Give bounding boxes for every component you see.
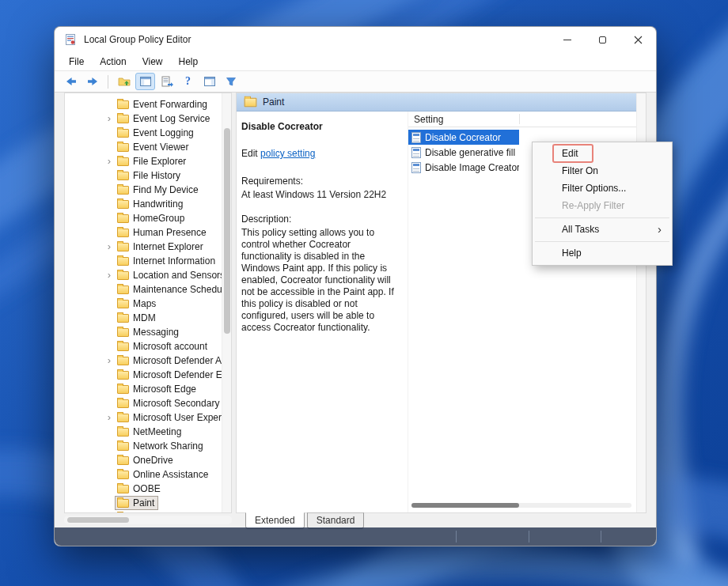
export-list-button[interactable] — [157, 73, 176, 90]
chevron-right-icon[interactable] — [103, 297, 116, 310]
back-button[interactable] — [61, 73, 81, 90]
tree-item[interactable]: Event Log Service — [65, 112, 231, 126]
tree-item[interactable]: File Explorer — [65, 154, 231, 168]
maximize-button[interactable] — [585, 27, 620, 52]
chevron-right-icon[interactable] — [103, 482, 116, 495]
minimize-button[interactable] — [549, 27, 585, 52]
menubar-item[interactable]: View — [135, 54, 171, 70]
chevron-right-icon[interactable] — [103, 454, 116, 467]
tree-item[interactable]: Microsoft Defender E — [65, 368, 231, 382]
tree-item[interactable]: Network Sharing — [65, 439, 231, 453]
chevron-right-icon[interactable] — [103, 440, 116, 452]
view-tab[interactable]: Extended — [245, 512, 305, 529]
action-pane-toggle-button[interactable] — [199, 73, 219, 90]
tree-item[interactable]: Microsoft Edge — [65, 382, 231, 396]
menu-bar: FileActionViewHelp — [55, 52, 656, 71]
chevron-right-icon[interactable] — [103, 340, 116, 353]
chevron-right-icon[interactable] — [103, 226, 116, 239]
context-menu-item[interactable]: Edit — [533, 145, 672, 162]
settings-horizontal-scrollbar[interactable] — [411, 503, 631, 508]
chevron-right-icon[interactable] — [103, 198, 116, 210]
tree-item[interactable]: Microsoft Defender A — [65, 353, 231, 368]
filter-button[interactable] — [221, 73, 241, 90]
tree-item[interactable]: OneDrive — [65, 453, 231, 467]
chevron-right-icon[interactable] — [103, 383, 116, 395]
tree-horizontal-scrollbar-thumb[interactable] — [67, 517, 129, 523]
chevron-right-icon[interactable] — [103, 283, 116, 296]
chevron-right-icon[interactable] — [103, 269, 116, 282]
tree-item[interactable]: NetMeeting — [65, 425, 231, 439]
tree-item-label: Find My Device — [133, 184, 199, 195]
chevron-right-icon[interactable] — [103, 326, 116, 338]
menubar-item[interactable]: Help — [171, 54, 207, 70]
context-menu-item[interactable]: All Tasks — [533, 221, 672, 238]
tree-item[interactable]: MDM — [65, 311, 231, 325]
chevron-right-icon[interactable] — [103, 397, 116, 410]
chevron-right-icon[interactable] — [103, 169, 116, 182]
tree-item[interactable]: Microsoft account — [65, 339, 231, 353]
up-level-button[interactable] — [114, 73, 134, 90]
chevron-right-icon[interactable] — [103, 212, 116, 225]
chevron-right-icon[interactable] — [103, 155, 116, 168]
tree-item[interactable]: Handwriting — [65, 197, 231, 211]
view-tab[interactable]: Standard — [307, 512, 365, 529]
chevron-right-icon[interactable] — [103, 98, 116, 111]
tree-item[interactable]: Microsoft Secondary — [65, 396, 231, 410]
forward-button[interactable] — [82, 73, 102, 90]
tree-item[interactable]: Location and Sensors — [65, 268, 231, 282]
tree-item-label: Microsoft Defender E — [133, 369, 222, 380]
chevron-right-icon[interactable] — [103, 112, 116, 125]
help-button[interactable]: ? — [178, 73, 198, 90]
chevron-right-icon[interactable] — [103, 354, 116, 367]
chevron-right-icon[interactable] — [103, 411, 116, 424]
chevron-right-icon[interactable] — [103, 183, 116, 196]
chevron-right-icon[interactable] — [103, 468, 116, 481]
tree-item[interactable]: Internet Information — [65, 254, 231, 268]
tree-item[interactable]: Paint — [65, 496, 231, 510]
edit-policy-setting-link[interactable]: policy setting — [260, 148, 315, 159]
tree-item[interactable]: File History — [65, 168, 231, 183]
tree-item[interactable]: Online Assistance — [65, 467, 231, 482]
tree-item-label: Internet Explorer — [133, 241, 203, 252]
chevron-right-icon[interactable] — [103, 312, 116, 324]
tree-item[interactable]: Event Viewer — [65, 140, 231, 154]
console-tree-toggle-button[interactable] — [135, 73, 155, 90]
tree-item[interactable]: Microsoft User Experi — [65, 410, 231, 425]
chevron-right-icon[interactable] — [103, 369, 116, 381]
context-menu-item[interactable]: Help — [533, 244, 672, 262]
description-text: This policy setting allows you to contro… — [241, 227, 396, 334]
menubar-item[interactable]: File — [61, 54, 92, 70]
tree-item[interactable]: HomeGroup — [65, 211, 231, 225]
tree-item[interactable]: Maps — [65, 297, 231, 311]
context-menu-item[interactable]: Filter Options... — [533, 180, 672, 197]
tree-item[interactable]: Messaging — [65, 325, 231, 339]
setting-row[interactable]: Disable Image Creator — [408, 160, 519, 175]
close-button[interactable] — [620, 27, 656, 52]
chevron-right-icon[interactable] — [103, 141, 116, 153]
chevron-right-icon[interactable] — [103, 240, 116, 253]
menubar-item[interactable]: Action — [92, 54, 134, 70]
setting-row[interactable]: Disable generative fill — [408, 145, 519, 160]
tree-vertical-scrollbar-thumb[interactable] — [224, 128, 230, 334]
settings-horizontal-scrollbar-thumb[interactable] — [411, 503, 519, 508]
tree-item[interactable]: Event Logging — [65, 126, 231, 140]
context-menu-item[interactable]: Filter On — [533, 162, 672, 180]
tree-item[interactable]: Maintenance Schedu — [65, 282, 231, 297]
setting-row[interactable]: Disable Cocreator — [408, 130, 519, 145]
selected-node-name: Paint — [263, 96, 284, 108]
policy-setting-icon — [411, 147, 421, 158]
tree-item[interactable]: Event Forwarding — [65, 97, 231, 112]
tree-item[interactable]: Find My Device — [65, 183, 231, 197]
tree-horizontal-scrollbar[interactable] — [64, 516, 232, 524]
chevron-right-icon[interactable] — [103, 255, 116, 267]
tree-vertical-scrollbar[interactable] — [222, 93, 231, 512]
tree-item[interactable]: OOBE — [65, 482, 231, 496]
context-menu-item[interactable]: Re-Apply Filter — [533, 197, 672, 214]
tree-item[interactable]: Human Presence — [65, 225, 231, 240]
chevron-right-icon[interactable] — [103, 497, 116, 509]
chevron-right-icon[interactable] — [103, 127, 116, 139]
tree-item[interactable]: Internet Explorer — [65, 240, 231, 254]
setting-column-header[interactable]: Setting — [408, 112, 646, 127]
title-bar[interactable]: Local Group Policy Editor — [55, 27, 656, 52]
chevron-right-icon[interactable] — [103, 425, 116, 438]
